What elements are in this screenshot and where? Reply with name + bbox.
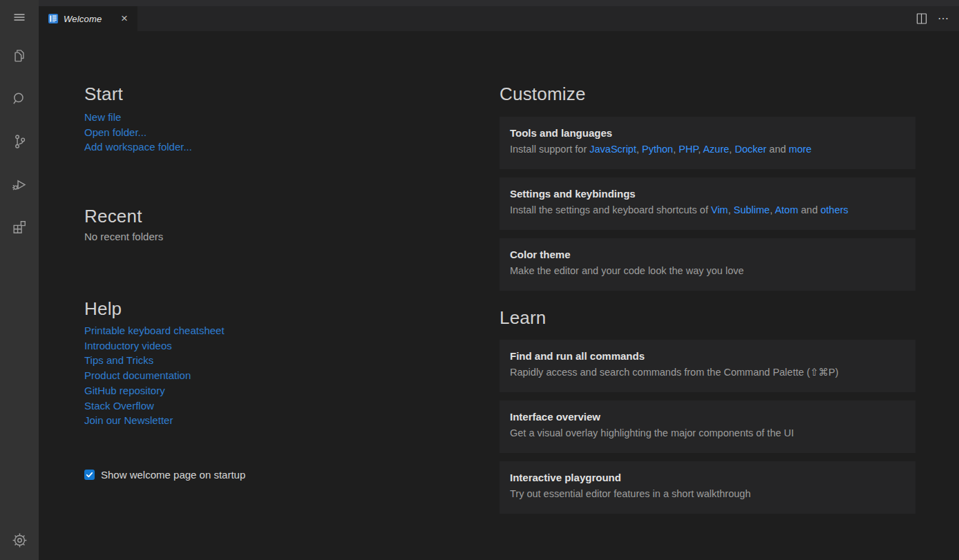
startup-checkbox-label: Show welcome page on startup: [101, 469, 245, 481]
editor-actions: ⋯: [915, 6, 949, 31]
tab-bar: Welcome × ⋯: [39, 6, 959, 31]
card-title: Find and run all commands: [510, 350, 904, 362]
welcome-preview-icon: [48, 13, 59, 24]
split-editor-button[interactable]: [915, 12, 928, 25]
link-tips-and-tricks[interactable]: Tips and Tricks: [84, 353, 225, 368]
inline-link[interactable]: Docker: [734, 144, 766, 155]
link-stack-overflow[interactable]: Stack Overflow: [84, 398, 225, 414]
card-interactive-playground[interactable]: Interactive playground Try out essential…: [500, 461, 915, 514]
sidebar-item-extensions[interactable]: [0, 206, 39, 249]
card-description: Get a visual overlay highlighting the ma…: [510, 427, 904, 438]
split-editor-icon: [915, 12, 928, 25]
inline-link[interactable]: Vim: [711, 204, 728, 215]
card-interface-overview[interactable]: Interface overview Get a visual overlay …: [500, 400, 915, 453]
card-settings-and-keybindings[interactable]: Settings and keybindings Install the set…: [500, 177, 915, 230]
inline-text: Install the settings and keyboard shortc…: [510, 204, 711, 215]
welcome-page: Start New file Open folder... Add worksp…: [39, 31, 959, 560]
card-description: Install the settings and keyboard shortc…: [510, 204, 904, 215]
inline-text: and: [766, 144, 788, 155]
link-github-repository[interactable]: GitHub repository: [84, 383, 225, 398]
recent-heading: Recent: [84, 206, 142, 227]
inline-link[interactable]: JavaScript: [589, 144, 636, 155]
tab-label: Welcome: [64, 14, 118, 24]
inline-link[interactable]: more: [789, 144, 812, 155]
learn-heading: Learn: [500, 307, 547, 329]
link-new-file[interactable]: New file: [84, 110, 192, 125]
card-title: Interface overview: [510, 411, 904, 423]
link-keyboard-cheatsheet[interactable]: Printable keyboard cheatsheet: [84, 323, 225, 338]
card-description: Try out essential editor features in a s…: [510, 488, 904, 499]
sidebar-item-source-control[interactable]: [0, 120, 39, 163]
explorer-icon: [10, 47, 28, 65]
extensions-icon: [10, 218, 28, 236]
inline-text: ,: [728, 204, 734, 215]
link-add-workspace-folder[interactable]: Add workspace folder...: [84, 139, 192, 155]
card-title: Interactive playground: [510, 472, 904, 483]
link-join-newsletter[interactable]: Join our Newsletter: [84, 413, 225, 428]
card-description: Install support for JavaScript, Python, …: [510, 144, 904, 155]
inline-text: Install support for: [510, 144, 589, 155]
card-title: Tools and languages: [510, 127, 904, 139]
link-open-folder[interactable]: Open folder...: [84, 125, 192, 140]
inline-link[interactable]: PHP: [678, 144, 698, 155]
menu-button[interactable]: [0, 0, 39, 35]
card-title: Color theme: [510, 249, 904, 260]
card-description: Rapidly access and search commands from …: [510, 367, 904, 378]
startup-checkbox-row: Show welcome page on startup: [84, 469, 245, 481]
inline-link[interactable]: Python: [642, 144, 673, 155]
inline-text: Make the editor and your code look the w…: [510, 265, 744, 276]
sidebar-item-run-debug[interactable]: [0, 163, 39, 206]
inline-text: Try out essential editor features in a s…: [510, 488, 750, 499]
activity-bar: [0, 0, 39, 560]
no-recent-folders-text: No recent folders: [84, 231, 163, 242]
sidebar-item-search[interactable]: [0, 77, 39, 120]
sidebar-item-explorer[interactable]: [0, 35, 39, 77]
card-title: Settings and keybindings: [510, 188, 904, 200]
inline-link[interactable]: Sublime: [734, 204, 770, 215]
inline-link[interactable]: others: [821, 204, 848, 215]
close-tab-icon[interactable]: ×: [118, 13, 131, 24]
more-actions-icon[interactable]: ⋯: [938, 15, 949, 22]
inline-text: Get a visual overlay highlighting the ma…: [510, 427, 794, 438]
card-color-theme[interactable]: Color theme Make the editor and your cod…: [500, 238, 915, 291]
help-heading: Help: [84, 298, 122, 320]
customize-heading: Customize: [500, 84, 586, 105]
search-icon: [10, 90, 28, 108]
card-tools-and-languages[interactable]: Tools and languages Install support for …: [500, 117, 915, 169]
link-introductory-videos[interactable]: Introductory videos: [84, 338, 225, 354]
inline-link[interactable]: Azure: [703, 144, 729, 155]
show-welcome-checkbox[interactable]: [84, 470, 95, 480]
inline-text: and: [798, 204, 820, 215]
settings-gear-icon: [10, 531, 29, 550]
settings-button[interactable]: [0, 520, 39, 560]
menu-icon: [11, 9, 28, 26]
inline-text: Rapidly access and search commands from …: [510, 367, 839, 378]
source-control-icon: [10, 133, 28, 151]
card-description: Make the editor and your code look the w…: [510, 265, 904, 276]
inline-link[interactable]: Atom: [775, 204, 798, 215]
titlebar-strip: [39, 0, 959, 6]
inline-text: ,: [636, 144, 642, 155]
start-links: New file Open folder... Add workspace fo…: [84, 110, 192, 155]
help-links: Printable keyboard cheatsheet Introducto…: [84, 323, 225, 428]
card-find-run-commands[interactable]: Find and run all commands Rapidly access…: [500, 340, 915, 392]
checkmark-icon: [86, 471, 93, 479]
start-heading: Start: [84, 84, 123, 105]
tab-welcome[interactable]: Welcome ×: [39, 6, 137, 31]
run-debug-icon: [10, 175, 28, 193]
link-product-documentation[interactable]: Product documentation: [84, 368, 225, 383]
